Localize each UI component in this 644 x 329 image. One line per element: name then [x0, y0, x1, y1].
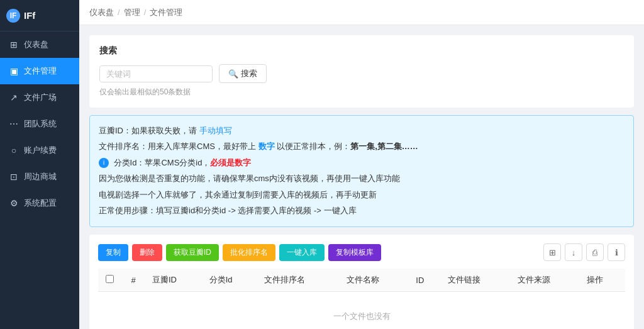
breadcrumb-sep-2: /	[144, 8, 147, 17]
sidebar-label-team: 团队系统	[24, 118, 57, 130]
sidebar-icon-team: ⋯	[9, 119, 19, 129]
col-id: ID	[409, 269, 441, 292]
sidebar-logo: IF IFf	[0, 0, 79, 31]
table-header-row: # 豆瓣ID 分类Id 文件排序名 文件名称 ID 文件链接 文件来源 操作	[98, 269, 625, 292]
toolbar-left: 复制 删除 获取豆瓣ID 批化排序名 一键入库 复制模板库	[98, 244, 381, 261]
sidebar-label-file-management: 文件管理	[24, 65, 57, 77]
search-hint: 仅会输出最相似的50条数据	[99, 87, 624, 98]
info-line-4: 因为您做检测是否重复的功能，请确保苹果cms内没有该视频，再使用一键入库功能	[99, 171, 625, 186]
toolbar: 复制 删除 获取豆瓣ID 批化排序名 一键入库 复制模板库 ⊞ ↓ ⎙ ℹ	[98, 243, 625, 261]
breadcrumb-sep-1: /	[118, 8, 120, 17]
col-checkbox	[98, 269, 121, 292]
search-button[interactable]: 🔍 搜索	[219, 64, 267, 83]
search-section: 搜索 🔍 搜索 仅会输出最相似的50条数据	[89, 35, 634, 108]
search-title: 搜索	[99, 45, 624, 57]
col-sort-name: 文件排序名	[258, 269, 340, 292]
sidebar-label-merchandise: 周边商城	[24, 171, 57, 182]
breadcrumb-manage: 管理	[124, 7, 140, 18]
info-icon: i	[99, 158, 109, 168]
info-box: 豆瓣ID：如果获取失败，请 手动填写 文件排序名：用来入库苹果CMS，最好带上 …	[89, 115, 634, 227]
copy-import-button[interactable]: 复制模板库	[328, 244, 381, 261]
search-row: 🔍 搜索	[99, 64, 624, 83]
page-body: 搜索 🔍 搜索 仅会输出最相似的50条数据 豆瓣ID：如果获取失败，请 手动填写…	[79, 25, 644, 329]
sidebar-label-account: 账户续费	[24, 145, 57, 156]
sidebar-item-dashboard[interactable]: ⊞仪表盘	[0, 31, 79, 58]
info-line-3: i 分类Id：苹果CMS分类id，必须是数字	[99, 155, 625, 170]
highlight-must-number: 必须是数字	[210, 158, 251, 167]
toolbar-right: ⊞ ↓ ⎙ ℹ	[543, 243, 625, 261]
breadcrumb-dashboard: 仪表盘	[89, 7, 114, 18]
col-file-link: 文件链接	[441, 269, 511, 292]
breadcrumb-current: 文件管理	[150, 7, 182, 18]
highlight-number: 数字	[258, 142, 275, 151]
table-section: 复制 删除 获取豆瓣ID 批化排序名 一键入库 复制模板库 ⊞ ↓ ⎙ ℹ	[89, 235, 634, 329]
sidebar-item-merchandise[interactable]: ⊡周边商城	[0, 164, 79, 190]
export-icon-button[interactable]: ↓	[565, 243, 582, 261]
sidebar-icon-system: ⚙	[9, 198, 19, 208]
info-line-1: 豆瓣ID：如果获取失败，请 手动填写	[99, 123, 625, 138]
topbar: 仪表盘 / 管理 / 文件管理	[79, 0, 644, 25]
sidebar-label-system: 系统配置	[24, 198, 57, 209]
empty-message: 一个文件也没有	[98, 292, 625, 329]
col-file-source: 文件来源	[511, 269, 581, 292]
sidebar-icon-file-management: ▣	[9, 66, 19, 76]
empty-row: 一个文件也没有	[98, 292, 625, 329]
sidebar-item-file-market[interactable]: ↗文件广场	[0, 84, 79, 111]
columns-icon-button[interactable]: ⊞	[543, 243, 561, 261]
search-button-label: 搜索	[241, 68, 257, 79]
highlight-manual[interactable]: 手动填写	[199, 126, 232, 135]
sidebar-item-account[interactable]: ○账户续费	[0, 137, 79, 164]
search-icon: 🔍	[228, 69, 238, 79]
sidebar-icon-account: ○	[9, 145, 19, 155]
col-index: #	[121, 269, 146, 292]
one-click-import-button[interactable]: 一键入库	[279, 244, 325, 261]
get-douban-id-button[interactable]: 获取豆瓣ID	[166, 244, 219, 261]
col-douban-id: 豆瓣ID	[146, 269, 203, 292]
sidebar-item-system[interactable]: ⚙系统配置	[0, 190, 79, 216]
logo-text: IFf	[24, 10, 35, 21]
sidebar-item-file-management[interactable]: ▣文件管理	[0, 58, 79, 84]
info-icon-button[interactable]: ℹ	[608, 243, 625, 261]
main-content: 仪表盘 / 管理 / 文件管理 搜索 🔍 搜索 仅会输出最相似的50条数据 豆瓣…	[79, 0, 644, 329]
delete-button[interactable]: 删除	[132, 244, 162, 261]
col-action: 操作	[580, 269, 625, 292]
search-input[interactable]	[99, 65, 213, 82]
info-box-content: 豆瓣ID：如果获取失败，请 手动填写 文件排序名：用来入库苹果CMS，最好带上 …	[99, 123, 625, 218]
info-line-5: 电视剧选择一个入库就够了，其余通过复制到需要入库的视频后，再手动更新	[99, 187, 625, 202]
sidebar-label-dashboard: 仪表盘	[24, 39, 48, 50]
sidebar-icon-file-market: ↗	[9, 92, 19, 103]
sidebar-label-file-market: 文件广场	[24, 92, 57, 103]
batch-rename-button[interactable]: 批化排序名	[223, 244, 275, 261]
info-line-2: 文件排序名：用来入库苹果CMS，最好带上 数字 以便正常排本，例：第一集,第二集…	[99, 139, 625, 153]
select-all-checkbox[interactable]	[106, 275, 114, 283]
info-line-6: 正常使用步骤：填写豆瓣id和分类id -> 选择需要入库的视频 -> 一键入库	[99, 203, 625, 218]
print-icon-button[interactable]: ⎙	[586, 243, 604, 261]
logo-icon: IF	[6, 9, 20, 23]
col-file-name: 文件名称	[340, 269, 410, 292]
sidebar-icon-dashboard: ⊞	[9, 40, 19, 50]
sidebar-item-team[interactable]: ⋯团队系统	[0, 111, 79, 137]
col-category-id: 分类Id	[203, 269, 258, 292]
copy-button[interactable]: 复制	[98, 244, 128, 261]
example-text: 第一集,第二集……	[350, 142, 418, 151]
sidebar: IF IFf ⊞仪表盘▣文件管理↗文件广场⋯团队系统○账户续费⊡周边商城⚙系统配…	[0, 0, 79, 329]
sidebar-icon-merchandise: ⊡	[9, 172, 19, 182]
data-table: # 豆瓣ID 分类Id 文件排序名 文件名称 ID 文件链接 文件来源 操作 一…	[98, 269, 625, 329]
